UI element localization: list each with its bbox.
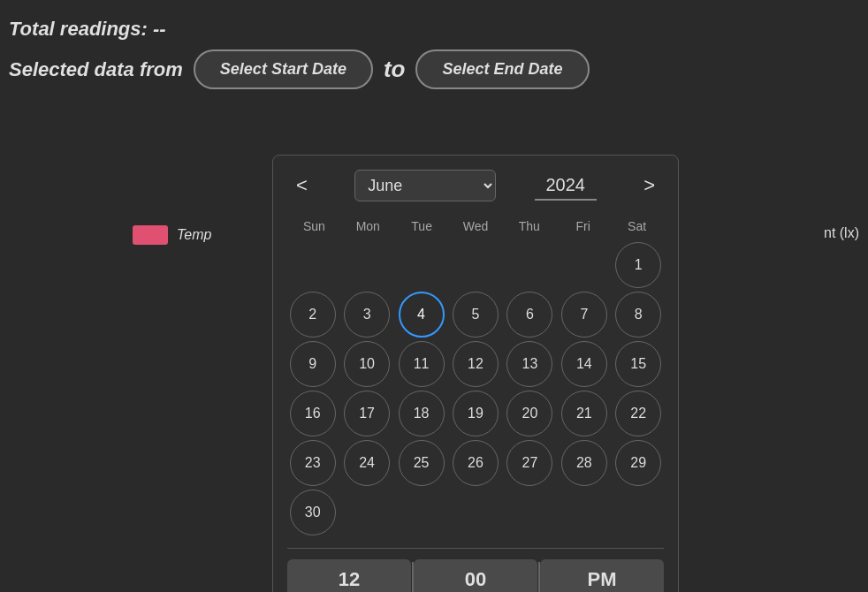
minute-button[interactable]: 00 — [414, 559, 537, 592]
calendar-day[interactable]: 7 — [561, 292, 607, 338]
calendar-popup: < JanuaryFebruaryMarchAprilMayJuneJulyAu… — [272, 155, 679, 592]
calendar-day[interactable]: 13 — [506, 341, 552, 387]
day-name: Thu — [502, 216, 556, 237]
calendar-day[interactable]: 24 — [344, 440, 390, 486]
calendar-day — [399, 490, 445, 535]
calendar-day[interactable]: 19 — [453, 391, 499, 436]
days-header: SunMonTueWedThuFriSat — [287, 216, 664, 237]
calendar-day — [561, 242, 607, 288]
select-start-date-button[interactable]: Select Start Date — [194, 49, 373, 89]
total-readings: Total readings: -- — [9, 18, 859, 41]
next-month-button[interactable]: > — [635, 171, 664, 201]
calendar-day[interactable]: 2 — [290, 292, 336, 338]
day-name: Tue — [395, 216, 449, 237]
calendar-day[interactable]: 6 — [506, 292, 552, 338]
calendar-day[interactable]: 11 — [399, 341, 445, 387]
calendar-day — [453, 242, 499, 288]
day-name: Mon — [341, 216, 395, 237]
legend-label: Temp — [177, 227, 211, 243]
calendar-day[interactable]: 28 — [561, 440, 607, 486]
calendar-day[interactable]: 30 — [290, 490, 336, 535]
prev-month-button[interactable]: < — [287, 171, 316, 201]
total-readings-value: -- — [153, 18, 166, 40]
calendar-day[interactable]: 17 — [344, 391, 390, 436]
hour-button[interactable]: 12 — [287, 559, 411, 592]
calendar-day[interactable]: 27 — [506, 440, 552, 486]
calendar-day[interactable]: 5 — [453, 292, 499, 338]
calendar-day — [453, 490, 499, 535]
top-bar: Total readings: -- Selected data from Se… — [0, 0, 868, 98]
calendar-day[interactable]: 14 — [561, 341, 607, 387]
month-select[interactable]: JanuaryFebruaryMarchAprilMayJuneJulyAugu… — [354, 170, 496, 201]
calendar-day[interactable]: 15 — [615, 341, 661, 387]
select-end-date-button[interactable]: Select End Date — [415, 49, 589, 89]
calendar-day[interactable]: 9 — [290, 341, 336, 387]
selected-data-row: Selected data from Select Start Date to … — [9, 49, 859, 89]
calendar-day[interactable]: 23 — [290, 440, 336, 486]
calendar-day[interactable]: 18 — [399, 391, 445, 436]
calendar-day — [399, 242, 445, 288]
calendar-day[interactable]: 29 — [615, 440, 661, 486]
calendar-day[interactable]: 21 — [561, 391, 607, 436]
day-name: Fri — [556, 216, 610, 237]
calendar-grid: SunMonTueWedThuFriSat 123456789101112131… — [287, 216, 664, 535]
calendar-day — [615, 490, 661, 535]
calendar-day[interactable]: 12 — [453, 341, 499, 387]
legend-area: Temp — [133, 225, 211, 245]
selected-data-label: Selected data from — [9, 58, 183, 81]
calendar-day[interactable]: 4 — [399, 292, 445, 338]
day-name: Wed — [449, 216, 503, 237]
calendar-day — [290, 242, 336, 288]
day-name: Sun — [287, 216, 341, 237]
calendar-day[interactable]: 25 — [399, 440, 445, 486]
calendar-day — [344, 242, 390, 288]
to-separator: to — [384, 56, 406, 83]
legend-color-box — [133, 225, 168, 245]
calendar-day[interactable]: 22 — [615, 391, 661, 436]
calendar-day — [344, 490, 390, 535]
period-button[interactable]: PM — [540, 559, 664, 592]
calendar-header: < JanuaryFebruaryMarchAprilMayJuneJulyAu… — [287, 170, 664, 201]
calendar-day — [506, 490, 552, 535]
calendar-day — [506, 242, 552, 288]
calendar-day[interactable]: 10 — [344, 341, 390, 387]
days-grid: 1234567891011121314151617181920212223242… — [287, 242, 664, 535]
right-label: nt (lx) — [824, 225, 859, 241]
calendar-day[interactable]: 26 — [453, 440, 499, 486]
calendar-day[interactable]: 16 — [290, 391, 336, 436]
calendar-day — [561, 490, 607, 535]
calendar-day[interactable]: 1 — [615, 242, 661, 288]
year-input[interactable] — [535, 171, 597, 201]
time-row: 12 00 PM — [287, 548, 664, 592]
calendar-day[interactable]: 20 — [506, 391, 552, 436]
total-readings-label: Total readings: — [9, 18, 148, 40]
day-name: Sat — [610, 216, 664, 237]
calendar-day[interactable]: 8 — [615, 292, 661, 338]
calendar-day[interactable]: 3 — [344, 292, 390, 338]
